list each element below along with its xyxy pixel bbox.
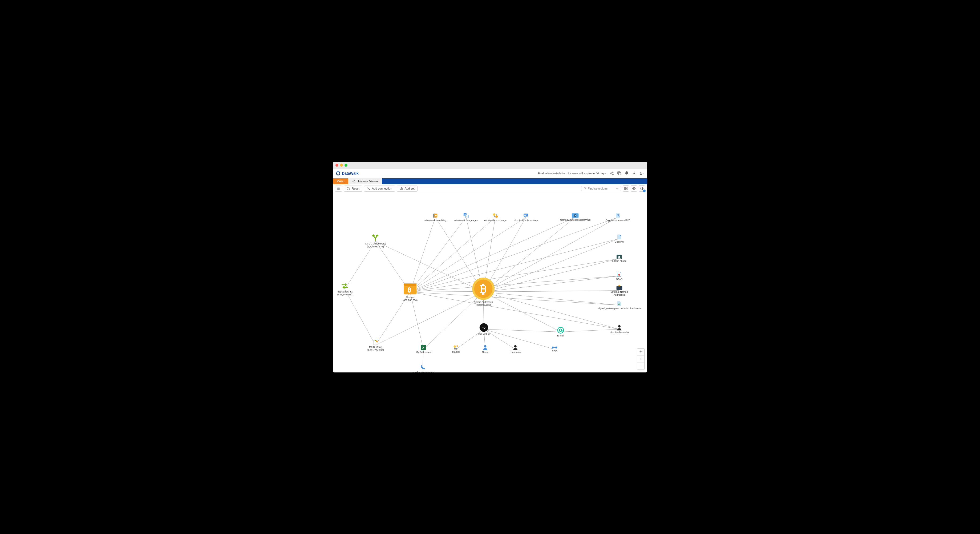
user-icon[interactable]: [639, 171, 644, 176]
node-external-named-addresses[interactable]: External Named Addresses: [605, 285, 633, 296]
node-bitcointalk-languages[interactable]: 文A Bitcointalk Languages: [454, 212, 478, 222]
zoom-out-button[interactable]: −: [637, 363, 644, 370]
bell-icon[interactable]: [624, 171, 629, 176]
node-bitcointalk-exchange[interactable]: Bitcointalk Exchange: [484, 212, 506, 222]
node-name[interactable]: Name: [482, 345, 488, 354]
svg-point-68: [435, 215, 437, 216]
svg-point-97: [457, 345, 458, 347]
svg-rect-86: [616, 286, 622, 290]
svg-point-85: [618, 274, 620, 276]
node-my-addresses[interactable]: X My Addresses: [416, 345, 431, 354]
node-username[interactable]: Username: [510, 345, 521, 354]
svg-text:'IQ: 'IQ: [482, 326, 485, 329]
node-bitcoin-whoiswho[interactable]: BitcoinWhoIsWho: [609, 324, 628, 334]
close-window-button[interactable]: [336, 164, 338, 167]
search-input-wrapper[interactable]: [581, 186, 621, 191]
add-connection-button[interactable]: Add connection: [364, 186, 395, 192]
svg-rect-61: [404, 284, 417, 286]
node-tx-out[interactable]: TX OUT (Received) (1,716,953,475): [365, 234, 386, 248]
dark-circle-icon: 'IQ: [479, 323, 488, 332]
node-signed-messages[interactable]: Signed_messages-CheckBitcoinAddress: [593, 300, 646, 310]
node-bitcoin-abuse[interactable]: Bitcoin Abuse: [612, 255, 627, 262]
reset-button[interactable]: Reset: [344, 186, 363, 192]
maximize-window-button[interactable]: [345, 164, 347, 167]
svg-point-101: [514, 345, 516, 347]
layout-button[interactable]: [623, 185, 629, 192]
add-set-button[interactable]: Add set: [397, 186, 417, 192]
list-button[interactable]: [335, 186, 342, 192]
svg-point-89: [618, 325, 620, 327]
node-ofac[interactable]: OFAC: [616, 271, 623, 281]
id-search-icon: [615, 213, 620, 218]
download-icon[interactable]: [632, 171, 636, 176]
key-dots-icon: [552, 346, 557, 349]
svg-point-59: [376, 340, 377, 342]
svg-rect-12: [626, 187, 627, 188]
svg-text:A: A: [466, 215, 468, 218]
svg-point-100: [484, 345, 486, 347]
share-icon[interactable]: [609, 171, 614, 176]
svg-point-92: [558, 327, 563, 333]
contrast-button[interactable]: [639, 185, 645, 192]
toolbar: Reset Add connection Add set: [333, 184, 647, 193]
node-bitcointalk-gambling[interactable]: Bitcointalk Gambling: [425, 212, 446, 222]
menu-bar: Menu Universe Viewer: [333, 179, 647, 184]
search-input[interactable]: [588, 187, 615, 190]
svg-line-44: [483, 276, 619, 292]
zoom-in-button[interactable]: +: [637, 355, 644, 363]
svg-line-26: [410, 217, 526, 292]
main-menu-button[interactable]: Menu: [333, 179, 348, 184]
node-cryptobusinesses-kyc[interactable]: Cryptobusinesses-KYC: [605, 213, 630, 222]
svg-point-10: [584, 187, 585, 189]
eye-button[interactable]: [631, 185, 637, 192]
node-coinfirm[interactable]: Coinfirm: [615, 234, 624, 243]
copy-icon[interactable]: [617, 171, 622, 176]
tab-label: Universe Viewer: [357, 180, 378, 183]
node-market[interactable]: Market: [452, 345, 460, 353]
svg-point-7: [354, 182, 355, 182]
node-pgp[interactable]: PGP: [552, 346, 557, 352]
person-dark-icon: [513, 345, 518, 350]
app-logo: DataWalk: [336, 171, 359, 175]
zoom-fit-button[interactable]: [637, 349, 644, 355]
license-notice: Evaluation installation. License will ex…: [538, 172, 607, 175]
translate-icon: 文A: [463, 212, 469, 218]
app-name: DataWalk: [342, 171, 359, 175]
eye-oval-icon: [572, 213, 579, 218]
excel-icon: X: [421, 345, 426, 350]
person-icon: [617, 324, 622, 330]
document-check-icon: [617, 300, 622, 306]
node-dark-web-iq[interactable]: 'IQ dark web-iq: [478, 323, 490, 335]
svg-line-16: [345, 241, 375, 289]
svg-line-19: [375, 241, 483, 292]
minimize-window-button[interactable]: [340, 164, 343, 167]
cart-icon: [453, 345, 458, 350]
node-tx-in[interactable]: TX IN (Sent) (1,591,734,095): [367, 339, 384, 352]
tab-universe-viewer[interactable]: Universe Viewer: [348, 179, 382, 184]
phone-icon: [420, 365, 425, 370]
window-titlebar: [333, 162, 647, 169]
svg-point-102: [552, 346, 554, 348]
svg-point-2: [612, 174, 613, 175]
node-aggregated-tx[interactable]: Aggregated TX (636,140,535): [337, 282, 353, 296]
node-clusters[interactable]: ₿ Clusters (407,760,650): [402, 282, 417, 302]
svg-line-31: [410, 276, 619, 292]
svg-point-74: [495, 215, 498, 218]
node-bitcoin-addresses[interactable]: ₿ Bitcoin Addresses (838,203,905): [472, 277, 495, 307]
node-bitcointalk-discussions[interactable]: Bitcointalk Discussions: [514, 212, 538, 222]
briefcase-icon: [616, 285, 622, 290]
svg-line-34: [410, 292, 619, 329]
svg-rect-77: [524, 215, 526, 215]
graph-canvas[interactable]: Aggregated TX (636,140,535) TX OUT (Rece…: [333, 193, 647, 373]
node-named-addresses-datawalk[interactable]: Named Addresses DataWalk: [560, 213, 591, 221]
node-signal-arnaques[interactable]: signal-arnaques-com: [411, 365, 434, 373]
arrows-icon: [341, 282, 348, 290]
svg-line-32: [410, 290, 619, 292]
node-email[interactable]: E-mail: [557, 327, 564, 337]
svg-rect-75: [523, 214, 528, 217]
svg-rect-11: [625, 187, 625, 190]
svg-point-73: [493, 213, 495, 216]
svg-line-40: [483, 217, 575, 292]
at-icon: [557, 327, 564, 333]
svg-text:₿: ₿: [408, 286, 411, 293]
